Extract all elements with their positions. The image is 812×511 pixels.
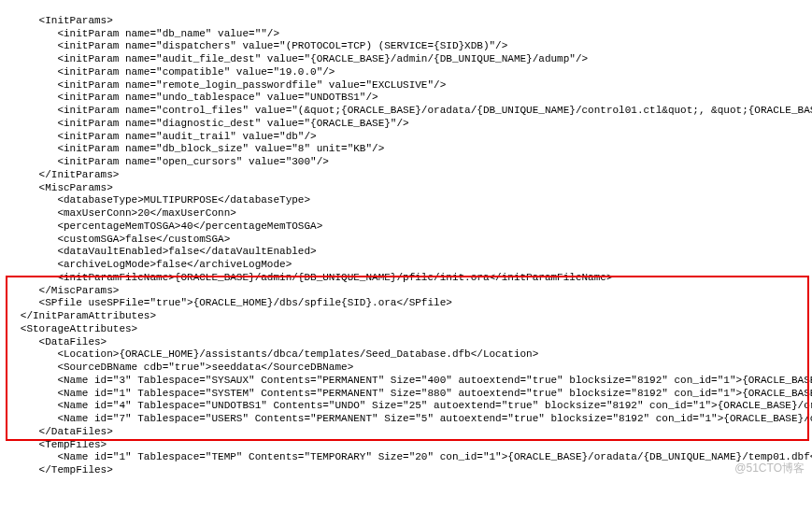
code-line: <initParam name="audit_file_dest" value=… [2, 53, 588, 64]
code-line: <Name id="7" Tablespace="USERS" Contents… [2, 413, 812, 424]
code-line: </InitParams> [2, 169, 119, 180]
code-line: <dataVaultEnabled>false</dataVaultEnable… [2, 246, 317, 257]
code-line: </DataFiles> [2, 426, 113, 437]
code-line: <databaseType>MULTIPURPOSE</databaseType… [2, 194, 310, 206]
code-line: <initParamFileName>{ORACLE_BASE}/admin/{… [2, 272, 613, 283]
xml-code-block: <InitParams> <initParam name="db_name" v… [0, 0, 812, 479]
code-line: <SPfile useSPFile="true">{ORACLE_HOME}/d… [2, 297, 452, 308]
code-line: <MiscParams> [2, 182, 113, 193]
code-line: <initParam name="undo_tablespace" value=… [2, 92, 378, 103]
code-line: <maxUserConn>20</maxUserConn> [2, 207, 236, 219]
code-line: <initParam name="control_files" value="(… [2, 105, 812, 116]
code-line: <DataFiles> [2, 336, 107, 348]
code-line: <Name id="1" Tablespace="TEMP" Contents=… [2, 451, 812, 462]
code-line: <StorageAttributes> [2, 323, 137, 334]
code-line: <TempFiles> [2, 439, 107, 450]
code-line: <Location>{ORACLE_HOME}/assistants/dbca/… [2, 348, 538, 360]
code-line: <InitParams> [2, 15, 113, 26]
code-line: <Name id="3" Tablespace="SYSAUX" Content… [2, 375, 812, 386]
code-line: <customSGA>false</customSGA> [2, 234, 230, 245]
code-line: <initParam name="db_block_size" value="8… [2, 143, 384, 154]
code-line: </InitParamAttributes> [2, 310, 156, 321]
code-line: <Name id="4" Tablespace="UNDOTBS1" Conte… [2, 400, 812, 411]
code-line: <initParam name="db_name" value=""/> [2, 28, 279, 39]
code-line: <initParam name="compatible" value="19.0… [2, 66, 335, 78]
watermark-text: @51CTO博客 [734, 461, 805, 476]
code-line: <SourceDBName cdb="true">seeddata</Sourc… [2, 362, 353, 373]
code-line: <archiveLogMode>false</archiveLogMode> [2, 259, 292, 270]
code-line: <initParam name="dispatchers" value="(PR… [2, 40, 507, 51]
code-line: <initParam name="remote_login_passwordfi… [2, 79, 446, 91]
code-line: <initParam name="diagnostic_dest" value=… [2, 118, 409, 129]
code-line: </MiscParams> [2, 285, 119, 296]
code-line: <initParam name="open_cursors" value="30… [2, 156, 329, 167]
code-line: <percentageMemTOSGA>40</percentageMemTOS… [2, 220, 322, 232]
code-line: </TempFiles> [2, 464, 113, 476]
code-line: <Name id="1" Tablespace="SYSTEM" Content… [2, 388, 812, 399]
code-line: <initParam name="audit_trail" value="db"… [2, 131, 317, 142]
